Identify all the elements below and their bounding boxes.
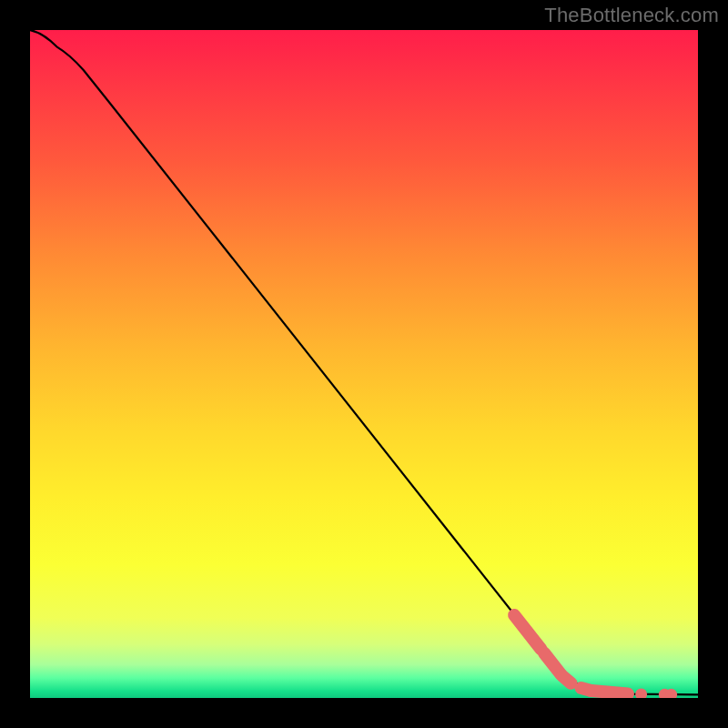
chart-overlay bbox=[30, 30, 698, 698]
watermark-text: TheBottleneck.com bbox=[544, 4, 719, 27]
main-curve bbox=[30, 30, 698, 694]
highlight-dots bbox=[635, 688, 677, 698]
highlight-run bbox=[562, 676, 571, 683]
highlight-run bbox=[592, 691, 628, 694]
plot-area bbox=[30, 30, 698, 698]
highlight-runs bbox=[514, 615, 628, 694]
chart-stage: TheBottleneck.com bbox=[0, 0, 728, 728]
highlight-run bbox=[514, 615, 541, 649]
highlight-dot bbox=[635, 688, 647, 698]
